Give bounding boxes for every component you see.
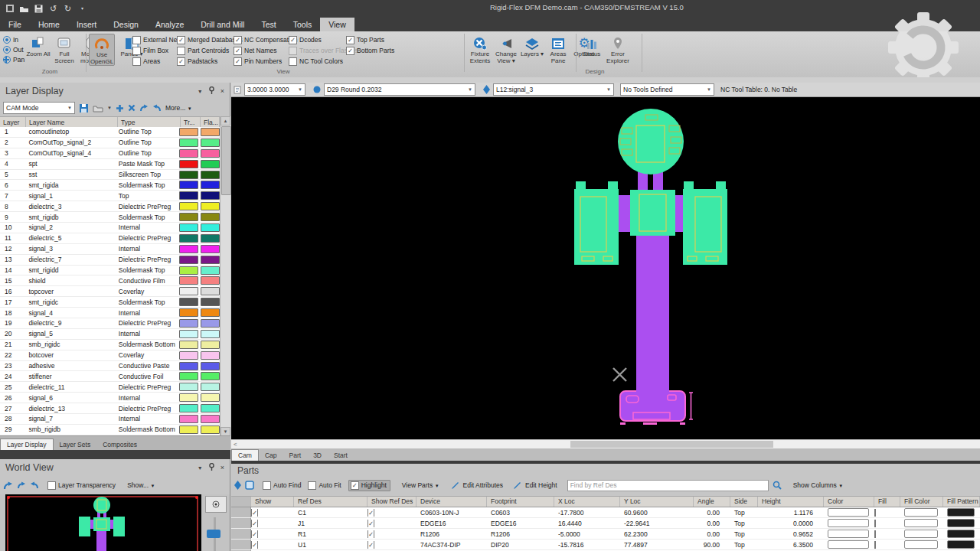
swatch[interactable]: [828, 530, 869, 538]
layer-row[interactable]: 14smt_rigiddSoldermask Top: [0, 266, 220, 276]
flash-color-swatch[interactable]: [201, 351, 220, 360]
trace-color-swatch[interactable]: [179, 383, 198, 391]
view-parts-button[interactable]: View Parts ▼: [402, 481, 439, 489]
fill-checkbox[interactable]: [874, 541, 900, 549]
trace-color-swatch[interactable]: [179, 234, 198, 243]
fill-color-swatch[interactable]: [900, 540, 943, 549]
color-swatch[interactable]: [824, 508, 874, 517]
layer-transparency-checkbox[interactable]: Layer Transparency: [47, 480, 116, 491]
canvas-tab-3d[interactable]: 3D: [307, 450, 328, 461]
canvas-tab-cap[interactable]: Cap: [259, 450, 283, 461]
trace-color-swatch[interactable]: [179, 393, 198, 402]
flash-color-swatch[interactable]: [201, 298, 220, 306]
column-header-fill-pattern[interactable]: Fill Pattern: [943, 497, 980, 507]
column-header-side[interactable]: Side: [730, 497, 758, 507]
trace-color-swatch[interactable]: [179, 330, 198, 338]
column-header-fill[interactable]: Fill: [874, 497, 900, 507]
layer-row[interactable]: 15shieldConductive Film: [0, 276, 220, 286]
ribbon-tab-test[interactable]: Test: [253, 18, 284, 31]
checkbox-icon[interactable]: [874, 530, 876, 538]
flash-color-swatch[interactable]: [201, 149, 220, 158]
external-nets-checkbox[interactable]: External Nets: [132, 34, 182, 45]
swatch[interactable]: [904, 519, 938, 527]
scroll-up-icon[interactable]: ▲: [220, 116, 230, 126]
layer-row[interactable]: 4sptPaste Mask Top: [0, 159, 220, 170]
flash-color-swatch[interactable]: [201, 319, 220, 328]
column-header-height[interactable]: Height: [758, 497, 824, 507]
checkbox-icon[interactable]: ✓: [251, 541, 258, 549]
trace-color-swatch[interactable]: [179, 298, 198, 306]
design-error-explorer-button[interactable]: Error Explorer: [606, 34, 630, 64]
checkbox-icon[interactable]: [874, 541, 876, 549]
open-layers-icon[interactable]: [93, 102, 103, 114]
layer-row[interactable]: 12signal_3Internal: [0, 244, 220, 255]
active-layer-combo[interactable]: L12:signal_3▼: [493, 83, 614, 96]
ribbon-tab-analyze[interactable]: Analyze: [147, 18, 192, 31]
trace-color-swatch[interactable]: [179, 171, 198, 179]
zoom-radio-pan[interactable]: Pan: [3, 54, 24, 64]
color-swatch[interactable]: [824, 530, 874, 538]
pin-icon[interactable]: [208, 86, 215, 96]
trace-color-swatch[interactable]: [179, 245, 198, 253]
layer-row[interactable]: 28signal_7Internal: [0, 414, 220, 425]
column-header-tr-[interactable]: Tr...: [181, 117, 201, 128]
layer-row[interactable]: 21smb_rigidcSoldermask Bottom: [0, 340, 220, 350]
flash-color-swatch[interactable]: [201, 181, 220, 189]
fill-pattern-swatch[interactable]: [943, 508, 980, 517]
design-status-button[interactable]: Status: [580, 34, 604, 64]
layer-row[interactable]: 11dielectric_5Dielectric PrePreg: [0, 233, 220, 244]
column-header-fill-color[interactable]: Fill Color: [900, 497, 943, 507]
show-refdes-checkbox[interactable]: ✓: [368, 520, 416, 527]
swatch[interactable]: [904, 508, 938, 517]
fill-color-swatch[interactable]: [900, 508, 943, 517]
layer-row[interactable]: 29smb_rigidbSoldermask Bottom: [0, 425, 220, 435]
column-header-footprint[interactable]: Footprint: [487, 497, 554, 507]
parts-row[interactable]: ✓R1✓R1206R1206-5.000062.23000.00Top0.965…: [231, 529, 980, 540]
show-checkbox[interactable]: ✓: [251, 509, 294, 517]
fill-color-swatch[interactable]: [900, 519, 943, 527]
show-checkbox[interactable]: ✓: [251, 530, 294, 538]
flash-color-swatch[interactable]: [201, 256, 220, 264]
fill-pattern-swatch[interactable]: [943, 530, 980, 538]
trace-color-swatch[interactable]: [179, 404, 198, 412]
flash-color-swatch[interactable]: [201, 234, 220, 243]
ribbon-tab-design[interactable]: Design: [105, 18, 147, 31]
trace-color-swatch[interactable]: [179, 149, 198, 158]
layer-row[interactable]: 13dielectric_7Dielectric PrePreg: [0, 255, 220, 266]
trace-color-swatch[interactable]: [179, 276, 198, 285]
flash-color-swatch[interactable]: [201, 223, 220, 232]
padstacks-checkbox[interactable]: ✓Padstacks: [177, 56, 243, 67]
trace-color-swatch[interactable]: [179, 372, 198, 380]
layer-row[interactable]: 22botcoverCoverlay: [0, 350, 220, 361]
column-header-device[interactable]: Device: [416, 497, 487, 507]
flash-color-swatch[interactable]: [201, 341, 220, 349]
layer-row[interactable]: 3ComOutTop_signal_4Outline Top: [0, 148, 220, 159]
color-swatch[interactable]: [824, 540, 874, 549]
nc-tools-combo[interactable]: No Tools Defined▼: [620, 83, 714, 96]
parts-row[interactable]: ✓J1✓EDGE16EDGE1616.4440-22.96410.00Top0.…: [231, 518, 980, 529]
show-refdes-checkbox[interactable]: ✓: [368, 509, 416, 517]
layer-row[interactable]: 16topcoverCoverlay: [0, 286, 220, 297]
flash-color-swatch[interactable]: [201, 383, 220, 391]
cam-mode-combo[interactable]: CAM Mode▼: [3, 102, 75, 114]
flash-color-swatch[interactable]: [201, 393, 220, 402]
view-change-view-button[interactable]: Change View ▾: [494, 34, 518, 64]
checkbox-icon[interactable]: ✓: [368, 509, 374, 517]
trace-color-swatch[interactable]: [179, 341, 198, 349]
fill-checkbox[interactable]: [874, 530, 900, 538]
zoom-zoom-all-button[interactable]: Zoom All: [26, 34, 51, 64]
trace-color-swatch[interactable]: [179, 128, 198, 136]
panel-menu-icon[interactable]: ▼: [198, 89, 203, 94]
checkbox-icon[interactable]: ✓: [368, 541, 374, 549]
column-header-x-loc[interactable]: X Loc: [554, 497, 620, 507]
layer-row[interactable]: 5sstSilkscreen Top: [0, 170, 220, 181]
checkbox-icon[interactable]: ✓: [251, 520, 258, 527]
column-header-fla-[interactable]: Fla...: [201, 117, 220, 128]
ribbon-tab-insert[interactable]: Insert: [68, 18, 105, 31]
design-canvas[interactable]: [231, 97, 980, 439]
view-layers-button[interactable]: Layers ▾: [520, 34, 544, 64]
corner-arrow-left-icon[interactable]: [17, 479, 26, 491]
trace-color-swatch[interactable]: [179, 266, 198, 275]
add-layer-icon[interactable]: [116, 102, 124, 114]
flash-color-swatch[interactable]: [201, 330, 220, 338]
